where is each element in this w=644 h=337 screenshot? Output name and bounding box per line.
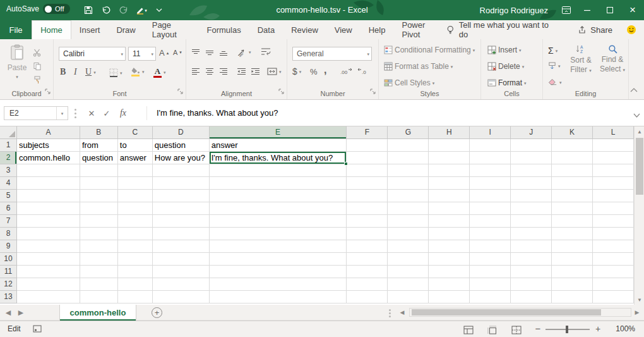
collapse-ribbon-button[interactable] [630,85,638,94]
cell-G7[interactable] [388,215,429,228]
cell-D11[interactable] [153,266,210,278]
scroll-down-button[interactable]: ▼ [635,295,644,305]
cell-A13[interactable] [17,291,80,303]
autosave-toggle[interactable]: Off [43,4,69,14]
cell-H5[interactable] [429,190,470,202]
cell-L9[interactable] [593,240,634,253]
cell-G5[interactable] [388,190,429,202]
insert-function-button[interactable]: fx [116,106,130,120]
cell-C2[interactable]: answer [118,152,153,164]
cell-D2[interactable]: How are you? [153,152,210,164]
cell-B9[interactable] [80,240,118,253]
italic-button[interactable]: I [74,67,77,77]
row-header-9[interactable]: 9 [0,240,17,253]
cell-C1[interactable]: to [118,139,153,152]
normal-view-button[interactable] [461,324,476,335]
cell-H13[interactable] [429,291,470,303]
cell-B5[interactable] [80,190,118,202]
tab-insert[interactable]: Insert [71,20,109,39]
tab-view[interactable]: View [326,20,361,39]
cell-E1[interactable]: answer [210,139,347,152]
cell-A11[interactable] [17,266,80,278]
cell-B3[interactable] [80,164,118,177]
horizontal-scrollbar-thumb[interactable] [412,309,601,316]
cell-L7[interactable] [593,215,634,228]
cell-J5[interactable] [511,190,552,202]
cell-H3[interactable] [429,164,470,177]
cell-J4[interactable] [511,177,552,190]
cell-F4[interactable] [347,177,388,190]
cell-B2[interactable]: question [80,152,118,164]
cell-K2[interactable] [552,152,593,164]
cell-C7[interactable] [118,215,153,228]
cell-A8[interactable] [17,228,80,240]
cell-J11[interactable] [511,266,552,278]
cell-A9[interactable] [17,240,80,253]
increase-decimal-button[interactable]: .00 [340,67,353,75]
macro-recording-button[interactable] [33,325,42,334]
cell-I8[interactable] [470,228,511,240]
page-break-preview-button[interactable] [509,324,524,335]
cell-F3[interactable] [347,164,388,177]
tab-data[interactable]: Data [249,20,283,39]
insert-cells-button[interactable]: Insert▾ [487,46,522,54]
cut-button[interactable] [33,48,42,57]
qat-customize-button[interactable] [152,2,167,18]
decrease-indent-button[interactable] [237,68,246,75]
row-header-7[interactable]: 7 [0,215,17,228]
cell-C8[interactable] [118,228,153,240]
autosum-button[interactable]: Σ▾ [548,46,558,56]
align-left-button[interactable] [191,68,200,75]
column-header-B[interactable]: B [80,126,118,139]
tab-power-pivot[interactable]: Power Pivot [393,20,446,39]
cell-J7[interactable] [511,215,552,228]
cell-B1[interactable]: from [80,139,118,152]
align-center-button[interactable] [205,68,214,75]
cell-H11[interactable] [429,266,470,278]
cell-L12[interactable] [593,278,634,291]
tab-file[interactable]: File [0,20,32,39]
tab-help[interactable]: Help [361,20,394,39]
cell-L6[interactable] [593,202,634,215]
cell-L3[interactable] [593,164,634,177]
cell-E8[interactable] [210,228,347,240]
cell-F13[interactable] [347,291,388,303]
cell-I7[interactable] [470,215,511,228]
cell-I3[interactable] [470,164,511,177]
row-header-6[interactable]: 6 [0,202,17,215]
cell-J3[interactable] [511,164,552,177]
cell-L1[interactable] [593,139,634,152]
cell-E9[interactable] [210,240,347,253]
cell-H6[interactable] [429,202,470,215]
cell-I5[interactable] [470,190,511,202]
cell-G1[interactable] [388,139,429,152]
row-header-13[interactable]: 13 [0,291,17,303]
row-header-5[interactable]: 5 [0,190,17,202]
cell-H4[interactable] [429,177,470,190]
cell-I12[interactable] [470,278,511,291]
cell-G13[interactable] [388,291,429,303]
zoom-slider-thumb[interactable] [566,326,568,333]
cell-J13[interactable] [511,291,552,303]
cell-H7[interactable] [429,215,470,228]
cell-K12[interactable] [552,278,593,291]
font-color-button[interactable]: A▾ [153,67,166,78]
column-header-L[interactable]: L [593,126,634,139]
cell-K1[interactable] [552,139,593,152]
tab-review[interactable]: Review [283,20,326,39]
cell-I4[interactable] [470,177,511,190]
cell-F5[interactable] [347,190,388,202]
cell-C9[interactable] [118,240,153,253]
cell-D1[interactable]: question [153,139,210,152]
tab-page-layout[interactable]: Page Layout [144,20,199,39]
sort-filter-button[interactable]: AZ Sort & Filter ▾ [564,44,597,75]
cell-C3[interactable] [118,164,153,177]
cell-H12[interactable] [429,278,470,291]
cell-F10[interactable] [347,253,388,266]
column-header-I[interactable]: I [470,126,511,139]
zoom-level[interactable]: 100% [616,321,635,337]
cell-J8[interactable] [511,228,552,240]
cell-E6[interactable] [210,202,347,215]
cell-C4[interactable] [118,177,153,190]
increase-indent-button[interactable] [251,68,260,75]
